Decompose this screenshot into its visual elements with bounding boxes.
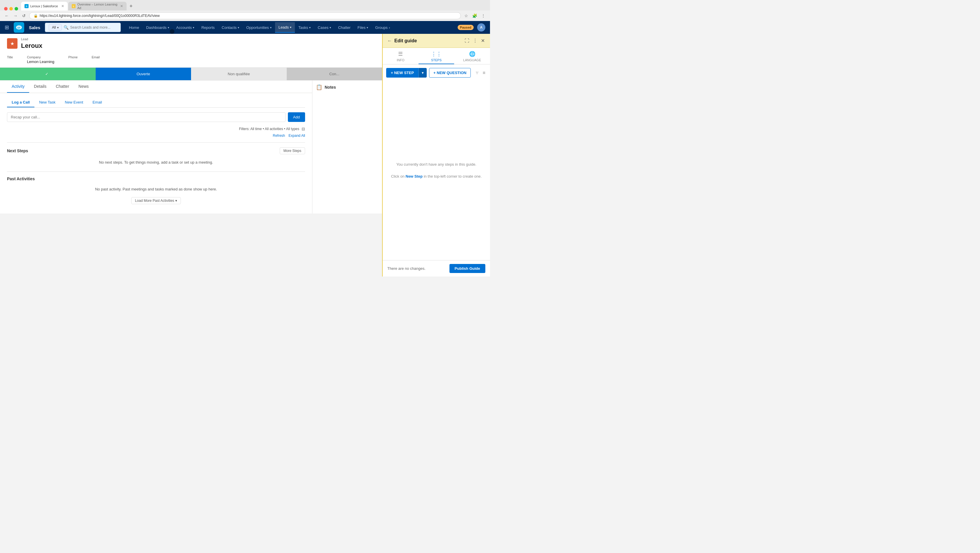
extensions-button[interactable]: 🧩	[471, 13, 478, 19]
tab-news[interactable]: News	[74, 81, 93, 93]
new-step-dropdown-button[interactable]: ▾	[418, 68, 427, 78]
search-input[interactable]	[70, 25, 117, 29]
forward-button[interactable]: →	[12, 13, 19, 19]
traffic-lights	[2, 7, 21, 11]
edit-guide-close-button[interactable]: ✕	[480, 37, 485, 44]
refresh-link[interactable]: Refresh	[273, 133, 285, 138]
nav-cases[interactable]: Cases ▾	[314, 22, 334, 33]
nav-home[interactable]: Home	[126, 22, 143, 33]
subtab-new-task[interactable]: New Task	[34, 98, 60, 107]
content-tabs: Activity Details Chatter News	[0, 81, 312, 93]
bookmark-button[interactable]: ☆	[463, 13, 469, 19]
nav-files[interactable]: Files ▾	[354, 22, 372, 33]
nav-groups[interactable]: Groups ›	[372, 22, 393, 33]
search-filter-dropdown[interactable]: All ▾	[49, 24, 62, 31]
edit-guide-tab-info[interactable]: ☰ INFO	[383, 48, 418, 64]
stage-non-qualifiee[interactable]: Non qualifiée	[191, 68, 287, 80]
notes-sidebar: 📋 Notes	[312, 81, 382, 213]
salesforce-logo[interactable]: SF	[14, 22, 24, 33]
subtab-new-task-label: New Task	[39, 100, 56, 105]
tab-close-button-1[interactable]: ✕	[61, 4, 64, 8]
new-step-button[interactable]: + NEW STEP	[386, 68, 418, 78]
nav-leads[interactable]: Leads ▾	[275, 22, 295, 33]
subtab-email-label: Email	[92, 100, 102, 105]
stage-con[interactable]: Con...	[287, 68, 382, 80]
nav-reports[interactable]: Reports	[198, 22, 218, 33]
edit-guide-tab-language[interactable]: 🌐 LANGUAGE	[454, 48, 490, 64]
nav-dashboards[interactable]: Dashboards ▾	[143, 22, 173, 33]
add-button[interactable]: Add	[288, 112, 305, 122]
content-layout: Activity Details Chatter News	[0, 81, 382, 213]
guide-tree-view-button[interactable]: ⑂	[474, 69, 480, 77]
new-tab-button[interactable]: +	[127, 2, 135, 11]
browser-menu-button[interactable]: ⋮	[480, 13, 487, 19]
tab-chatter[interactable]: Chatter	[51, 81, 74, 93]
browser-tab-2[interactable]: L Overview – Lemon Learning Ad ✕	[68, 2, 127, 11]
apps-grid-icon[interactable]: ⊞	[5, 24, 9, 31]
edit-guide-tabs: ☰ INFO ⋮⋮ STEPS 🌐 LANGUAGE	[383, 48, 490, 64]
expand-all-link[interactable]: Expand All	[288, 133, 305, 138]
tab-activity[interactable]: Activity	[7, 81, 29, 93]
lead-field-email: Email	[92, 56, 100, 64]
nav-home-label: Home	[129, 25, 139, 30]
nav-tasks-label: Tasks	[298, 25, 308, 30]
tab-favicon-salesforce: S	[24, 4, 29, 8]
new-step-row: + NEW STEP ▾ + NEW QUESTION ⑂ ≡	[383, 64, 490, 81]
nav-accounts[interactable]: Accounts ▾	[173, 22, 198, 33]
info-tab-icon: ☰	[398, 51, 403, 57]
lead-type-icon: ★	[7, 38, 18, 49]
stage-completed[interactable]: ✓	[0, 68, 95, 80]
maximize-window-button[interactable]	[14, 7, 18, 11]
browser-chrome: S Leroux | Salesforce ✕ L Overview – Lem…	[0, 0, 490, 21]
publish-guide-button[interactable]: Publish Guide	[449, 264, 485, 273]
tab-close-button-2[interactable]: ✕	[120, 4, 123, 8]
edit-guide-fullscreen-button[interactable]: ⛶	[464, 37, 470, 44]
back-button[interactable]: ←	[3, 13, 10, 19]
next-steps-title: Next Steps	[7, 148, 28, 153]
filter-icon[interactable]: ⊟	[302, 127, 305, 131]
edit-guide-more-button[interactable]: ⋮	[472, 37, 478, 44]
nav-leads-label: Leads	[278, 25, 289, 29]
edit-guide-tab-steps[interactable]: ⋮⋮ STEPS	[418, 48, 454, 64]
nav-more[interactable]: ›	[389, 25, 390, 30]
tab-favicon-lemon: L	[72, 4, 76, 8]
tab-activity-label: Activity	[12, 84, 24, 89]
browser-tab-active[interactable]: S Leroux | Salesforce ✕	[21, 2, 68, 11]
lead-fields: Title Company Lemon Learning Phone Email	[7, 53, 375, 64]
user-avatar[interactable]: A	[477, 23, 485, 32]
load-more-label: Load More Past Activities	[135, 199, 174, 203]
stage-ouverte[interactable]: Ouverte	[95, 68, 191, 80]
filters-row: Filters: All time • All activities • All…	[7, 127, 305, 131]
empty-msg-line2: Click on	[391, 174, 404, 178]
lead-field-title-label: Title	[7, 56, 13, 59]
edit-guide-panel: ← Edit guide ⛶ ⋮ ✕ ☰ INFO ⋮⋮ STEPS	[382, 34, 490, 276]
nav-tasks[interactable]: Tasks ▾	[295, 22, 314, 33]
nav-contacts[interactable]: Contacts ▾	[218, 22, 243, 33]
edit-guide-back-button[interactable]: ←	[387, 38, 392, 43]
header-right: Paused A	[458, 23, 485, 32]
nav-chatter[interactable]: Chatter	[334, 22, 354, 33]
subtab-log-call-label: Log a Call	[12, 100, 30, 105]
nav-accounts-label: Accounts	[176, 25, 192, 30]
subtab-log-call[interactable]: Log a Call	[7, 98, 34, 107]
address-bar[interactable]: 🔒 https://eu14.lightning.force.com/light…	[29, 12, 461, 19]
nav-groups-label: Groups	[375, 25, 388, 30]
empty-msg-line3: in the top-left corner to create one.	[424, 174, 482, 178]
subtab-new-event[interactable]: New Event	[60, 98, 88, 107]
close-window-button[interactable]	[4, 7, 8, 11]
stage-checkmark: ✓	[45, 72, 48, 76]
refresh-button[interactable]: ↺	[21, 13, 27, 19]
load-more-button[interactable]: Load More Past Activities ▾	[131, 197, 181, 204]
nav-opportunities[interactable]: Opportunities ▾	[243, 22, 275, 33]
minimize-window-button[interactable]	[10, 7, 13, 11]
recap-input[interactable]	[7, 112, 286, 122]
guide-list-view-button[interactable]: ≡	[482, 69, 487, 77]
subtab-email[interactable]: Email	[88, 98, 107, 107]
more-steps-button[interactable]: More Steps	[280, 147, 305, 154]
lead-field-phone: Phone	[68, 56, 78, 64]
search-icon: 🔍	[64, 25, 68, 30]
tab-details[interactable]: Details	[29, 81, 51, 93]
search-bar[interactable]: All ▾ 🔍	[45, 23, 121, 32]
new-question-button[interactable]: + NEW QUESTION	[429, 68, 471, 78]
load-more-row: Load More Past Activities ▾	[7, 197, 305, 204]
